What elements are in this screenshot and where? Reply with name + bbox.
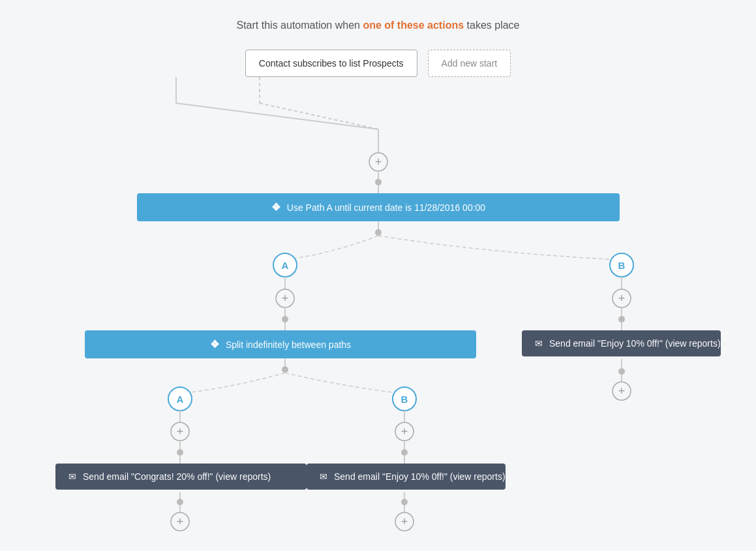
split-icon-2: ❖ bbox=[209, 338, 219, 351]
svg-point-35 bbox=[177, 499, 183, 505]
svg-text:B: B bbox=[401, 394, 408, 405]
svg-point-54 bbox=[618, 316, 625, 323]
header-prefix: Start this automation when bbox=[237, 20, 363, 31]
start-node-1[interactable]: Contact subscribes to list Prospects bbox=[245, 50, 417, 77]
svg-point-43 bbox=[401, 449, 408, 456]
email-node-b1[interactable]: ✉ Send email "Enjoy 10% 0ff!" (view repo… bbox=[522, 330, 721, 356]
split-icon-1: ❖ bbox=[271, 201, 280, 213]
svg-point-32 bbox=[177, 449, 183, 456]
header-text: Start this automation when one of these … bbox=[237, 20, 520, 31]
svg-point-11 bbox=[375, 229, 382, 236]
split-node-1-label: Use Path A until current date is 11/28/2… bbox=[286, 202, 485, 213]
email-icon-a2: ✉ bbox=[68, 471, 76, 482]
header-suffix: takes place bbox=[464, 20, 519, 31]
split-node-2[interactable]: ❖ Split indefinitely between paths bbox=[85, 330, 476, 358]
svg-text:+: + bbox=[618, 292, 625, 305]
svg-text:+: + bbox=[401, 515, 408, 528]
svg-point-23 bbox=[282, 366, 288, 373]
email-icon-b2: ✉ bbox=[320, 471, 327, 482]
svg-text:+: + bbox=[176, 515, 183, 528]
svg-text:A: A bbox=[281, 260, 288, 271]
svg-point-46 bbox=[401, 499, 408, 505]
email-node-a2-label: Send email "Congrats! 20% off!" (view re… bbox=[83, 471, 271, 482]
start-node-add[interactable]: Add new start bbox=[428, 50, 511, 77]
email-icon-b1: ✉ bbox=[535, 338, 543, 349]
email-node-b2-label: Send email "Enjoy 10% 0ff!" (view report… bbox=[334, 471, 506, 482]
svg-text:B: B bbox=[618, 260, 625, 271]
email-node-b2[interactable]: ✉ Send email "Enjoy 10% 0ff!" (view repo… bbox=[307, 464, 506, 490]
svg-text:+: + bbox=[374, 155, 382, 168]
header-highlight: one of these actions bbox=[363, 20, 464, 31]
svg-text:A: A bbox=[176, 394, 183, 405]
svg-text:+: + bbox=[618, 385, 625, 398]
split-node-1[interactable]: ❖ Use Path A until current date is 11/28… bbox=[137, 193, 620, 221]
start-row: Contact subscribes to list Prospects Add… bbox=[245, 50, 511, 77]
email-node-b1-label: Send email "Enjoy 10% 0ff!" (view report… bbox=[549, 338, 721, 349]
svg-point-20 bbox=[282, 316, 288, 323]
split-node-2-label: Split indefinitely between paths bbox=[225, 339, 350, 350]
email-node-a2[interactable]: ✉ Send email "Congrats! 20% off!" (view … bbox=[55, 464, 307, 490]
automation-canvas: Start this automation when one of these … bbox=[0, 0, 756, 551]
svg-text:+: + bbox=[281, 292, 288, 305]
svg-point-8 bbox=[375, 179, 382, 185]
connector-svg: + ❖ Use Path A until current date is 11/… bbox=[20, 77, 737, 551]
svg-text:+: + bbox=[401, 425, 408, 438]
svg-point-57 bbox=[618, 368, 625, 375]
svg-text:+: + bbox=[176, 425, 183, 438]
